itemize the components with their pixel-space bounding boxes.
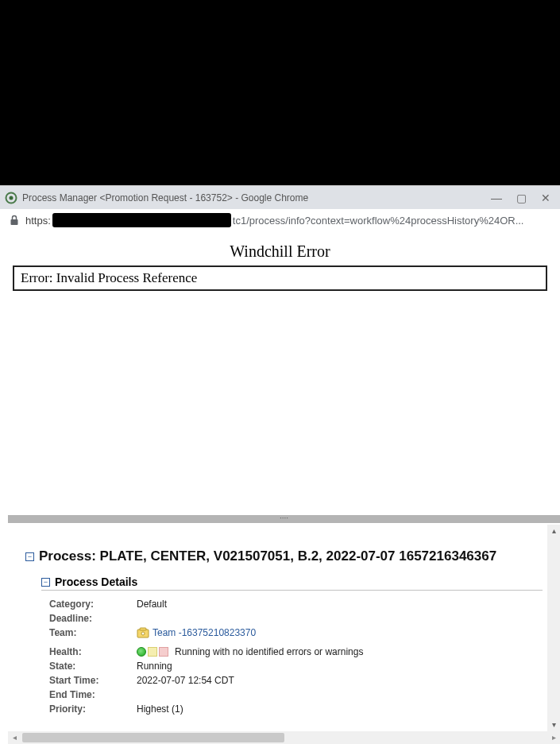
horizontal-scrollbar[interactable]: ◂ ▸	[8, 731, 560, 744]
row-category: Category: Default	[49, 597, 543, 611]
label-deadline: Deadline:	[49, 613, 137, 624]
label-team: Team:	[49, 627, 137, 638]
url-scheme: https:	[25, 215, 51, 227]
row-deadline: Deadline:	[49, 611, 543, 626]
scroll-left-icon[interactable]: ◂	[8, 731, 21, 744]
close-button[interactable]: ✕	[541, 192, 550, 204]
label-end-time: End Time:	[49, 689, 137, 700]
row-state: State: Running	[49, 659, 543, 673]
health-indicator-icon	[137, 647, 168, 657]
svg-rect-2	[11, 219, 18, 225]
row-end-time: End Time:	[49, 688, 543, 702]
team-link[interactable]: Team -16375210823370	[153, 627, 256, 638]
label-priority: Priority:	[49, 703, 137, 715]
label-state: State:	[49, 661, 137, 672]
redacted-top-region	[0, 0, 560, 185]
scroll-right-icon[interactable]: ▸	[547, 731, 560, 744]
process-details: Category: Default Deadline: Team:	[49, 597, 543, 716]
value-state: Running	[137, 661, 172, 672]
pane-divider[interactable]: ····	[8, 515, 560, 523]
value-priority: Highest (1)	[137, 703, 183, 715]
svg-point-1	[10, 196, 14, 200]
svg-point-5	[141, 632, 145, 635]
row-start-time: Start Time: 2022-07-07 12:54 CDT	[49, 673, 543, 688]
value-category: Default	[137, 599, 167, 610]
lock-icon	[10, 215, 21, 226]
error-message: Error: Invalid Process Reference	[21, 270, 197, 285]
maximize-button[interactable]: ▢	[516, 192, 527, 204]
minimize-button[interactable]: —	[491, 192, 502, 204]
value-start-time: 2022-07-07 12:54 CDT	[137, 675, 234, 686]
collapse-icon[interactable]: −	[25, 552, 34, 561]
row-team: Team: Team -16375210823370	[49, 626, 543, 640]
error-title: Windchill Error	[0, 242, 560, 261]
chrome-titlebar: Process Manager <Promotion Request - 163…	[0, 185, 560, 209]
error-page: Windchill Error Error: Invalid Process R…	[0, 231, 560, 291]
chrome-address-bar[interactable]: https: tc1/process/info?context=workflow…	[0, 209, 560, 231]
svg-rect-4	[140, 628, 146, 630]
label-start-time: Start Time:	[49, 675, 137, 686]
url-path: tc1/process/info?context=workflow%24proc…	[233, 215, 524, 227]
team-icon	[137, 627, 149, 638]
value-health: Running with no identified errors or war…	[175, 646, 363, 657]
app-icon	[5, 192, 17, 204]
collapse-icon[interactable]: −	[41, 578, 50, 587]
label-health: Health:	[49, 646, 137, 657]
label-category: Category:	[49, 599, 137, 610]
process-pane: ▴ ▾ − Process: PLATE, CENTER, V021507051…	[8, 525, 560, 731]
error-message-box: Error: Invalid Process Reference	[13, 265, 547, 291]
redacted-host	[52, 213, 231, 227]
scrollbar-thumb[interactable]	[22, 733, 284, 742]
row-health: Health: Running with no identified error…	[49, 645, 543, 659]
section-title: Process Details	[55, 575, 137, 588]
window-title: Process Manager <Promotion Request - 163…	[22, 192, 491, 203]
process-heading: Process: PLATE, CENTER, V021507051, B.2,…	[39, 548, 496, 564]
row-priority: Priority: Highest (1)	[49, 702, 543, 716]
